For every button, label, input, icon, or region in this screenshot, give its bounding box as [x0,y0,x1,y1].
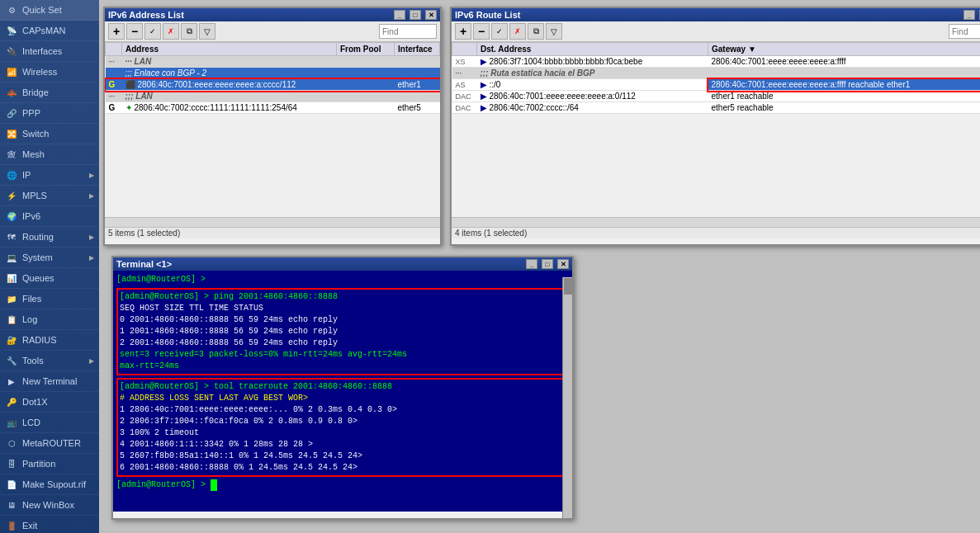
ipv6-route-add-button[interactable]: + [455,23,471,40]
sidebar-item-ipv6[interactable]: 🌍 IPv6 [0,206,99,227]
ipv6-route-search-input[interactable] [949,24,980,39]
table-row[interactable]: ··· ;;; LAN [106,91,440,102]
col-interface[interactable]: Interface [395,43,440,56]
sidebar-item-routing[interactable]: 🗺 Routing ▶ [0,227,99,248]
ipv6-addr-remove-button[interactable]: − [126,23,143,40]
switch-icon: 🔀 [5,127,18,140]
col-gateway[interactable]: Gateway ▼ [708,43,981,56]
ipv6-addr-search-input[interactable] [379,24,437,39]
terminal-ping-header: SEQ HOST SIZE TTL TIME STATUS [120,303,566,314]
ipv6-addr-disable-button[interactable]: ✗ [163,23,179,40]
sidebar-item-ppp[interactable]: 🔗 PPP [0,103,99,124]
sidebar-item-log[interactable]: 📋 Log [0,309,99,330]
table-row-addr-selected[interactable]: G ⬛2806:40c:7001:eeee:eeee:eeee:a:cccc/1… [106,79,440,91]
terminal-scrollbar[interactable] [562,277,572,518]
table-row[interactable]: DAC ▶2806:40c:7002:cccc::/64 ether5 reac… [452,102,981,114]
ipv6-route-minimize-button[interactable]: _ [963,10,975,20]
table-row[interactable]: ··· ··· LAN [106,56,440,68]
terminal-titlebar[interactable]: Terminal <1> _ □ ✕ [113,257,572,271]
terminal-scrollbar-thumb[interactable] [564,278,572,295]
sidebar-item-radius[interactable]: 🔐 RADIUS [0,330,99,351]
terminal-minimize-button[interactable]: _ [526,259,537,269]
sidebar-item-mpls[interactable]: ⚡ MPLS ▶ [0,186,99,206]
ipv6-route-remove-button[interactable]: − [473,23,490,40]
row-dst-as: ▶::/0 [477,79,708,91]
table-row-selected[interactable]: ;;; Enlace con BGP - 2 [106,68,440,79]
ipv6-addr-titlebar[interactable]: IPv6 Address List _ □ ✕ [105,8,440,21]
sidebar-item-quickset[interactable]: ⚙ Quick Set [0,0,99,21]
terminal-close-button[interactable]: ✕ [557,259,569,269]
ipv6-addr-maximize-button[interactable]: □ [410,10,421,20]
sidebar-item-tools[interactable]: 🔧 Tools ▶ [0,351,99,371]
ipv6-route-table-container[interactable]: Dst. Address Gateway ▼ XS ▶2806:3f7:1004… [452,42,980,217]
row-gw-dac1: ether1 reachable [708,91,981,102]
system-arrow: ▶ [89,254,94,262]
sidebar-item-new-terminal[interactable]: ▶ New Terminal [0,371,99,392]
sidebar-item-dot1x[interactable]: 🔑 Dot1X [0,392,99,413]
sidebar-item-files[interactable]: 📁 Files [0,289,99,309]
row-group-label: ;;; Ruta estatica hacia el BGP [477,68,981,79]
table-row-group[interactable]: ··· ;;; Ruta estatica hacia el BGP [452,68,981,79]
row-flag: G [106,102,122,114]
ipv6-addr-copy-button[interactable]: ⧉ [181,23,197,40]
table-row-as-selected[interactable]: AS ▶::/0 2806:40c:7001:eeee:eeee:eeee:a:… [452,79,981,91]
sidebar-item-mesh[interactable]: 🕸 Mesh [0,144,99,165]
sidebar-item-queues[interactable]: 📊 Queues [0,268,99,289]
ipv6-route-enable-button[interactable]: ✓ [491,23,508,40]
ipv6-addr-filter-button[interactable]: ▽ [199,23,215,40]
ipv6-route-body: Dst. Address Gateway ▼ XS ▶2806:3f7:1004… [452,42,980,238]
ipv6-route-disable-button[interactable]: ✗ [509,23,526,40]
sidebar-item-ip[interactable]: 🌐 IP ▶ [0,165,99,186]
radius-icon: 🔐 [5,333,18,347]
sidebar-item-system[interactable]: 💻 System ▶ [0,248,99,268]
sidebar-item-new-winbox[interactable]: 🖥 New WinBox [0,495,99,516]
terminal-maximize-button[interactable]: □ [542,259,553,269]
row-pool [337,79,395,91]
col-dst-address[interactable]: Dst. Address [477,43,708,56]
table-row[interactable]: G ✦2806:40c:7002:cccc:1111:1111:1111:254… [106,102,440,114]
sidebar-label-queues: Queues [22,273,54,283]
ip-arrow: ▶ [89,172,94,179]
terminal-ping-cmd: [admin@RouterOS] > ping 2001:4860:4860::… [120,291,566,303]
sidebar-item-metarouter[interactable]: ⬡ MetaROUTER [0,433,99,454]
ipv6-route-hscrollbar[interactable] [452,217,980,227]
col-from-pool[interactable]: From Pool [337,43,395,56]
sidebar-item-lcd[interactable]: 📺 LCD [0,413,99,433]
terminal-final-prompt[interactable]: [admin@RouterOS] > ​ [116,479,569,491]
sidebar-item-capsman[interactable]: 📡 CAPsMAN [0,21,99,41]
ipv6-addr-close-button[interactable]: ✕ [425,10,437,20]
row-group-label: ··· LAN [122,56,440,68]
terminal-trace-row3: 3 100% 2 timeout [120,427,566,439]
sidebar-item-exit[interactable]: 🚪 Exit [0,516,99,533]
terminal-body[interactable]: [admin@RouterOS] > [admin@RouterOS] > pi… [113,271,572,512]
ipv6-route-filter-button[interactable]: ▽ [546,23,562,40]
row-gw: 2806:40c:7001:eeee:eeee:eeee:a:ffff [708,56,981,68]
sidebar-item-bridge[interactable]: 🌉 Bridge [0,83,99,103]
sidebar-label-exit: Exit [22,521,37,531]
ipv6-addr-body: Address From Pool Interface ··· ··· LAN [105,42,440,238]
ipv6-addr-minimize-button[interactable]: _ [394,10,405,20]
col-address[interactable]: Address [122,43,337,56]
ipv6-route-title: IPv6 Route List [455,10,959,20]
sidebar-item-partition[interactable]: 🗄 Partition [0,454,99,474]
sidebar-item-wireless[interactable]: 📶 Wireless [0,62,99,83]
ipv6-addr-table-container[interactable]: Address From Pool Interface ··· ··· LAN [105,42,440,217]
ipv6-route-titlebar[interactable]: IPv6 Route List _ □ ✕ [452,8,980,21]
ipv6-route-list-window: IPv6 Route List _ □ ✕ + − ✓ ✗ ⧉ ▽ Dst. A… [450,7,980,246]
ipv6-icon: 🌍 [5,210,18,223]
row-flag: ··· [106,56,122,68]
sidebar-item-switch[interactable]: 🔀 Switch [0,124,99,144]
ipv6-addr-hscrollbar[interactable] [105,217,440,227]
queues-icon: 📊 [5,271,18,285]
table-row[interactable]: DAC ▶2806:40c:7001:eeee:eeee:eeee:a:0/11… [452,91,981,102]
sidebar-item-make-supout[interactable]: 📄 Make Supout.rif [0,474,99,495]
table-row[interactable]: XS ▶2806:3f7:1004:bbbb:bbbb:bbbb:f0ca:be… [452,56,981,68]
terminal-ping-row0: 0 2001:4860:4860::8888 56 59 24ms echo r… [120,314,566,326]
sidebar-label-log: Log [22,314,37,324]
row-flag: AS [452,79,477,91]
mesh-icon: 🕸 [5,148,18,161]
ipv6-addr-add-button[interactable]: + [108,23,125,40]
ipv6-addr-enable-button[interactable]: ✓ [144,23,161,40]
sidebar-item-interfaces[interactable]: 🔌 Interfaces [0,41,99,62]
ipv6-route-copy-button[interactable]: ⧉ [528,23,544,40]
